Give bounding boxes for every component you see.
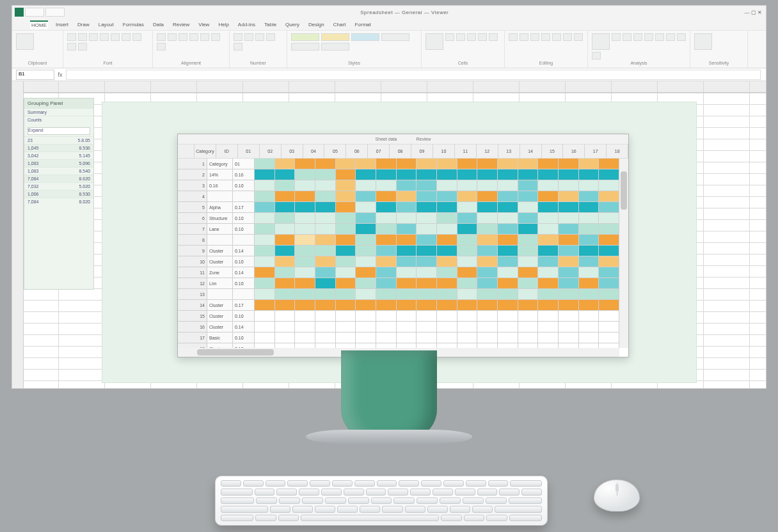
heatmap-cell[interactable] (376, 169, 397, 180)
heatmap-cell[interactable] (376, 213, 397, 224)
heatmap-cell[interactable] (579, 311, 599, 322)
heatmap-cell[interactable] (579, 256, 599, 267)
heatmap-cell[interactable] (336, 169, 356, 180)
heatmap-cell[interactable] (437, 332, 457, 343)
heatmap-cell[interactable] (457, 224, 478, 235)
heatmap-cell[interactable] (295, 289, 315, 300)
heatmap-cell[interactable] (498, 311, 518, 322)
heatmap-cell[interactable] (437, 191, 457, 202)
heatmap-cell[interactable] (417, 180, 437, 191)
heatmap-cell[interactable] (518, 256, 539, 267)
embedded-col-header[interactable]: 18 (607, 145, 628, 158)
embedded-col-header[interactable]: 07 (368, 145, 390, 158)
heatmap-cell[interactable] (315, 235, 336, 246)
menu-item[interactable]: View (197, 21, 210, 28)
embedded-grid-body[interactable]: 1Category01214%0.1630.160.1045Alpha0.176… (178, 159, 619, 348)
heatmap-cell[interactable] (275, 267, 296, 278)
heatmap-cell[interactable] (477, 300, 498, 311)
heatmap-cell[interactable] (376, 311, 397, 322)
heatmap-cell[interactable] (498, 224, 518, 235)
heatmap-cell[interactable] (417, 267, 437, 278)
heatmap-cell[interactable] (518, 322, 539, 332)
heatmap-cell[interactable] (599, 246, 619, 256)
heatmap-cell[interactable] (295, 322, 315, 332)
heatmap-cell[interactable] (457, 159, 478, 169)
heatmap-cell[interactable] (315, 169, 336, 180)
cell[interactable]: Cluster (207, 343, 233, 348)
heatmap-cell[interactable] (275, 224, 296, 235)
ribbon-button[interactable] (89, 33, 98, 41)
embedded-col-header[interactable]: 02 (260, 145, 282, 158)
heatmap-cell[interactable] (295, 191, 315, 202)
heatmap-cell[interactable] (336, 278, 356, 289)
heatmap-cell[interactable] (376, 159, 397, 169)
heatmap-cell[interactable] (498, 191, 518, 202)
heatmap-cell[interactable] (275, 289, 296, 300)
heatmap-cell[interactable] (579, 289, 599, 300)
heatmap-cell[interactable] (275, 213, 296, 224)
heatmap-cell[interactable] (397, 278, 417, 289)
heatmap-cell[interactable] (538, 267, 559, 278)
heatmap-cell[interactable] (255, 169, 275, 180)
embedded-row-header[interactable]: 2 (178, 169, 207, 180)
cell[interactable] (233, 289, 255, 300)
heatmap-cell[interactable] (356, 289, 376, 300)
heatmap-cell[interactable] (538, 278, 559, 289)
cell[interactable]: 01 (233, 159, 255, 169)
heatmap-cell[interactable] (477, 180, 498, 191)
heatmap-cell[interactable] (275, 180, 296, 191)
heatmap-cell[interactable] (559, 289, 579, 300)
heatmap-cell[interactable] (336, 159, 356, 169)
heatmap-cell[interactable] (518, 311, 539, 322)
heatmap-cell[interactable] (538, 256, 559, 267)
cell[interactable]: 0.10 (233, 213, 255, 224)
heatmap-cell[interactable] (315, 202, 336, 213)
ribbon-button[interactable] (574, 33, 583, 41)
heatmap-cell[interactable] (315, 267, 336, 278)
embedded-col-header[interactable]: 11 (455, 145, 477, 158)
heatmap-cell[interactable] (498, 169, 518, 180)
heatmap-cell[interactable] (397, 343, 417, 348)
heatmap-cell[interactable] (599, 256, 619, 267)
heatmap-cell[interactable] (397, 213, 417, 224)
menu-item[interactable]: Chart (332, 21, 347, 28)
cell[interactable]: Lane (207, 224, 233, 235)
heatmap-cell[interactable] (397, 169, 417, 180)
heatmap-cell[interactable] (437, 322, 457, 332)
heatmap-cell[interactable] (559, 256, 579, 267)
heatmap-cell[interactable] (417, 289, 437, 300)
cell[interactable]: Alpha (207, 202, 233, 213)
heatmap-cell[interactable] (579, 343, 599, 348)
cell[interactable] (207, 235, 233, 246)
heatmap-cell[interactable] (275, 311, 296, 322)
heatmap-cell[interactable] (559, 267, 579, 278)
heatmap-cell[interactable] (498, 289, 518, 300)
heatmap-cell[interactable] (477, 256, 498, 267)
heatmap-cell[interactable] (397, 256, 417, 267)
cell[interactable] (233, 235, 255, 246)
titlebar-tab[interactable] (45, 8, 65, 17)
heatmap-cell[interactable] (397, 159, 417, 169)
heatmap-cell[interactable] (295, 213, 315, 224)
heatmap-cell[interactable] (356, 256, 376, 267)
menu-item[interactable]: Format (353, 21, 372, 28)
heatmap-cell[interactable] (599, 267, 619, 278)
heatmap-cell[interactable] (255, 224, 275, 235)
heatmap-cell[interactable] (457, 267, 478, 278)
heatmap-cell[interactable] (376, 202, 397, 213)
heatmap-cell[interactable] (538, 246, 559, 256)
embedded-col-header[interactable]: ID (216, 145, 238, 158)
heatmap-cell[interactable] (457, 235, 478, 246)
heatmap-cell[interactable] (437, 256, 457, 267)
heatmap-cell[interactable] (477, 332, 498, 343)
heatmap-cell[interactable] (518, 267, 539, 278)
embedded-row-header[interactable]: 4 (178, 191, 207, 202)
embedded-row-header[interactable]: 18 (178, 343, 207, 348)
heatmap-cell[interactable] (538, 169, 559, 180)
heatmap-cell[interactable] (498, 235, 518, 246)
heatmap-cell[interactable] (518, 235, 539, 246)
heatmap-cell[interactable] (295, 332, 315, 343)
heatmap-cell[interactable] (295, 300, 315, 311)
heatmap-cell[interactable] (437, 289, 457, 300)
side-panel-row[interactable]: 1,0835.096 (24, 159, 93, 167)
